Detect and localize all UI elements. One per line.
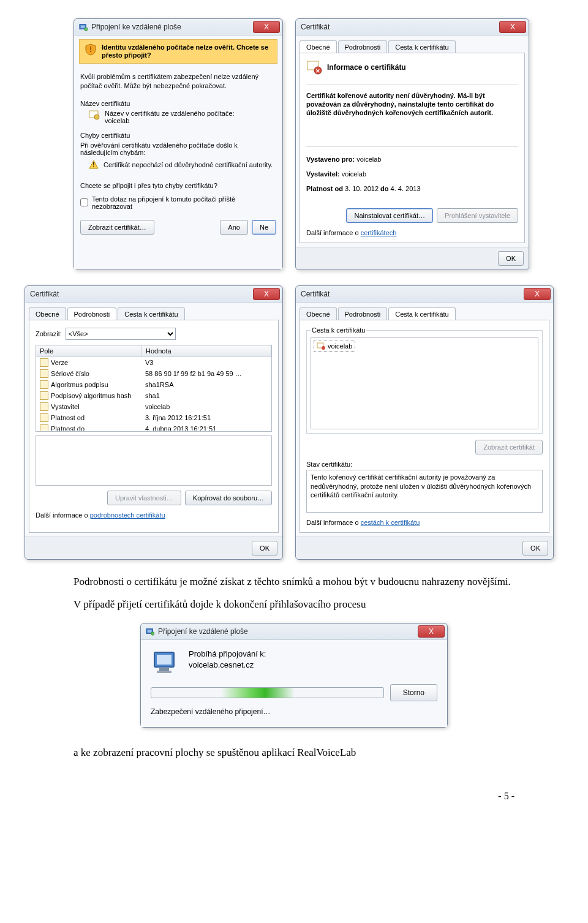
field-icon [40,380,48,389]
cert-name-label: Název certifikátu [80,100,276,107]
warning-heading: Identitu vzdáleného počítače nelze ověři… [102,43,272,59]
tab-general[interactable]: Obecné [300,307,337,320]
certificate-error-icon: ✕ [306,59,322,75]
no-button[interactable]: Ne [252,220,276,235]
issuer-value: voicelab [342,170,366,178]
svg-point-11 [322,346,325,350]
show-label: Zobrazit: [36,330,62,337]
cert-name-value: voicelab [105,117,235,124]
more-info-link[interactable]: podrobnostech certifikátu [90,511,165,519]
rdp-icon [146,627,154,636]
dialog-title: Certifikát [30,290,59,298]
close-x: X [264,23,269,31]
tab-details[interactable]: Podrobnosti [338,307,388,320]
connecting-status: Zabezpečení vzdáleného připojení… [151,707,437,716]
svg-point-2 [85,28,88,31]
cert-error-item: Certifikát nepochází od důvěryhodné cert… [104,161,273,168]
cert-path-group: Cesta k certifikátu voicelab [306,326,543,434]
rdp-icon [79,23,88,31]
copy-to-file-button[interactable]: Kopírovat do souboru… [185,491,272,505]
page-number: - 5 - [0,791,514,802]
dont-ask-checkbox[interactable] [80,198,88,206]
svg-rect-1 [81,25,85,28]
doc-paragraph-2: V případě přijetí certifikátů dojde k do… [74,598,514,612]
rdp-connecting-dialog: Připojení ke vzdálené ploše X Probíhá př… [140,623,448,728]
certificate-dialog-general: Certifikát X Obecné Podrobnosti Cesta k … [295,18,529,270]
issued-to-label: Vystaveno pro: [306,156,355,163]
view-certificate-button[interactable]: Zobrazit certifikát… [80,220,154,235]
svg-text:✕: ✕ [315,68,320,74]
ok-button[interactable]: OK [498,251,524,266]
svg-rect-18 [157,671,172,673]
field-icon [40,424,48,431]
close-button[interactable]: X [253,288,280,300]
connecting-host: voicelab.cesnet.cz [189,660,266,671]
view-certificate-button: Zobrazit certifikát [475,440,543,454]
tab-path[interactable]: Cesta k certifikátu [388,40,455,53]
tab-path[interactable]: Cesta k certifikátu [118,307,184,320]
svg-rect-17 [159,668,169,671]
computer-icon [151,649,180,678]
install-certificate-button[interactable]: Nainstalovat certifikát… [346,208,433,223]
certificate-icon [89,110,100,121]
col-hodnota[interactable]: Hodnota [142,345,271,356]
ok-button[interactable]: OK [522,541,548,556]
yes-button[interactable]: Ano [220,220,248,235]
more-info-pre: Další informace o [306,229,361,236]
titlebar[interactable]: Certifikát X [25,286,282,303]
valid-from-value: 3. 10. 2012 [345,185,379,192]
dialog-title: Připojení ke vzdálené ploše [91,23,181,31]
table-row: Algoritmus podpisusha1RSA [36,379,271,390]
connecting-label: Probíhá připojování k: [189,649,266,660]
close-button[interactable]: X [253,21,280,33]
dialog-title: Certifikát [301,290,330,298]
svg-text:!: ! [92,162,94,168]
show-select[interactable]: <Vše> [66,328,176,340]
cert-path-tree[interactable]: voicelab [311,337,538,429]
titlebar[interactable]: Certifikát X [296,19,529,36]
more-info-link[interactable]: certifikátech [361,229,397,236]
col-pole[interactable]: Pole [36,345,142,356]
close-button[interactable]: X [499,21,526,33]
svg-point-5 [94,115,99,119]
table-row: VerzeV3 [36,357,271,368]
warning-banner: ! Identitu vzdáleného počítače nelze ově… [79,39,277,64]
cert-status-text: Tento kořenový certifikát certifikační a… [306,470,543,513]
field-icon [40,402,48,411]
issuer-statement-button: Prohlášení vystavitele [437,208,518,223]
valid-to-label: do [380,185,388,192]
tab-details[interactable]: Podrobnosti [67,307,117,320]
more-info-pre: Další informace o [36,511,90,519]
certificate-dialog-path: Certifikát X Obecné Podrobnosti Cesta k … [295,285,554,560]
tab-details[interactable]: Podrobnosti [338,40,388,53]
table-row: Platnost od3. října 2012 16:21:51 [36,412,271,423]
shield-warning-icon: ! [85,43,97,56]
tree-item[interactable]: voicelab [314,341,355,352]
titlebar[interactable]: Připojení ke vzdálené ploše X [74,19,282,36]
table-row: Podpisový algoritmus hashsha1 [36,390,271,401]
issued-to-value: voicelab [356,156,381,163]
tab-path[interactable]: Cesta k certifikátu [388,307,455,320]
tab-general[interactable]: Obecné [300,40,337,53]
more-info-pre: Další informace o [306,519,361,526]
dont-ask-label: Tento dotaz na připojení k tomuto počíta… [92,195,276,210]
cancel-button[interactable]: Storno [390,684,437,701]
doc-paragraph-3: a ke zobrazení pracovní plochy se spuště… [74,746,514,760]
tree-item-label: voicelab [328,342,352,350]
svg-rect-16 [157,655,172,665]
progress-bar [151,687,384,698]
more-info-link[interactable]: cestách k certifikátu [361,519,420,526]
warning-triangle-icon: ! [89,160,99,170]
rdp-warning-dialog: Připojení ke vzdálené ploše X ! Identitu… [74,18,283,270]
svg-point-14 [151,632,154,635]
titlebar[interactable]: Připojení ke vzdálené ploše X [141,623,447,640]
warning-paragraph: Kvůli problémům s certifikátem zabezpeče… [80,72,276,90]
cert-info-heading: Informace o certifikátu [327,63,406,72]
close-button[interactable]: X [524,288,551,300]
tab-general[interactable]: Obecné [29,307,66,320]
details-listview[interactable]: Pole Hodnota VerzeV3 Sériové číslo58 86 … [36,345,272,432]
close-button[interactable]: X [418,625,445,638]
ok-button[interactable]: OK [252,541,277,556]
table-row: Platnost do4. dubna 2013 16:21:51 [36,423,271,431]
titlebar[interactable]: Certifikát X [296,286,553,303]
